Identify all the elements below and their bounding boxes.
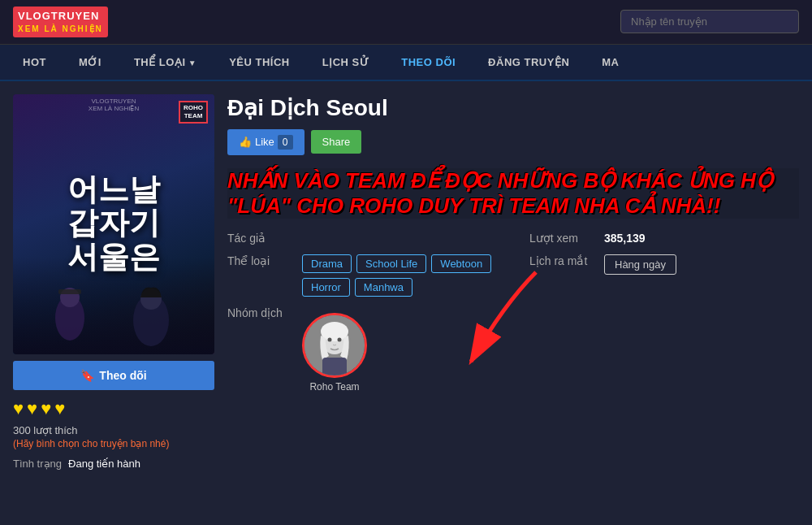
cover-korean-text: 어느날갑자기서울은 bbox=[67, 173, 160, 275]
logo[interactable]: VLOGTRUYEN XEM LÀ NGHIỆN bbox=[13, 7, 108, 37]
status-label: Tình trạng bbox=[13, 458, 62, 470]
schedule-button[interactable]: Hàng ngày bbox=[604, 254, 676, 275]
main-content: ROHO TEAM VLOGTRUYENXEM LÀ NGHIỆN 어느날갑자기… bbox=[0, 81, 812, 525]
views-row: Lượt xem 385,139 bbox=[529, 232, 799, 245]
bookmark-icon: 🔖 bbox=[80, 369, 94, 382]
follow-label: Theo dõi bbox=[99, 369, 146, 382]
like-button[interactable]: 👍 Like 0 bbox=[227, 129, 304, 155]
logo-line1: VLOGTRUYEN bbox=[18, 10, 103, 23]
details-section: Tác giả Thể loại Drama School Life Webto… bbox=[227, 232, 799, 402]
share-button[interactable]: Share bbox=[311, 130, 362, 154]
svg-rect-2 bbox=[58, 289, 81, 294]
genre-row: Thể loại Drama School Life Webtoon Horro… bbox=[227, 254, 497, 297]
heart-4[interactable]: ♥ bbox=[54, 398, 65, 419]
details-left: Tác giả Thể loại Drama School Life Webto… bbox=[227, 232, 497, 402]
like-count: 0 bbox=[278, 135, 293, 150]
nav-item-theloai[interactable]: THỂ LOẠI bbox=[118, 45, 213, 80]
views-label: Lượt xem bbox=[529, 232, 594, 245]
vote-prompt: (Hãy bình chọn cho truyện bạn nhé) bbox=[13, 438, 214, 449]
manga-art: ROHO TEAM VLOGTRUYENXEM LÀ NGHIỆN 어느날갑자기… bbox=[13, 94, 214, 354]
translator-label: Nhóm dịch bbox=[227, 306, 292, 319]
schedule-row: Lịch ra mắt Hàng ngày bbox=[529, 254, 799, 275]
like-label: Like bbox=[255, 136, 274, 148]
translator-avatar-wrap: Roho Team bbox=[302, 313, 367, 393]
genre-manhwa[interactable]: Manhwa bbox=[355, 278, 412, 297]
watermark: VLOGTRUYENXEM LÀ NGHIỆN bbox=[89, 98, 139, 112]
translator-name: Roho Team bbox=[309, 381, 359, 393]
genre-label: Thể loại bbox=[227, 254, 292, 267]
author-row: Tác giả bbox=[227, 232, 497, 245]
avatar-svg bbox=[304, 315, 365, 375]
header: VLOGTRUYEN XEM LÀ NGHIỆN bbox=[0, 0, 812, 45]
manga-title: Đại Dịch Seoul bbox=[227, 94, 799, 121]
likes-count: 300 lượt thích bbox=[13, 424, 214, 436]
hearts-row: ♥ ♥ ♥ ♥ bbox=[13, 398, 214, 419]
nav-item-theodoi[interactable]: THEO DÕI bbox=[385, 45, 472, 80]
roho-badge: ROHO TEAM bbox=[179, 101, 208, 124]
genre-tags: Drama School Life Webtoon Horror Manhwa bbox=[302, 254, 497, 297]
translator-avatar[interactable] bbox=[302, 313, 367, 378]
nav-bar: HOT MỚI THỂ LOẠI YÊU THÍCH LỊCH SỬ THEO … bbox=[0, 45, 812, 81]
views-count: 385,139 bbox=[604, 232, 646, 245]
nav-item-dangtruyen[interactable]: ĐĂNG TRUYỆN bbox=[472, 45, 585, 80]
thumbs-icon: 👍 bbox=[239, 136, 252, 148]
author-label: Tác giả bbox=[227, 232, 292, 245]
heart-3[interactable]: ♥ bbox=[41, 398, 51, 419]
avatar-image bbox=[304, 315, 365, 375]
roho-badge-line2: TEAM bbox=[184, 112, 203, 120]
logo-line2: XEM LÀ NGHIỆN bbox=[18, 24, 103, 34]
genre-drama[interactable]: Drama bbox=[302, 254, 352, 273]
action-row: 👍 Like 0 Share bbox=[227, 129, 799, 155]
nav-item-lichsu[interactable]: LỊCH SỬ bbox=[306, 45, 386, 80]
left-column: ROHO TEAM VLOGTRUYENXEM LÀ NGHIỆN 어느날갑자기… bbox=[13, 94, 214, 525]
heart-1[interactable]: ♥ bbox=[13, 398, 24, 419]
genre-school[interactable]: School Life bbox=[356, 254, 426, 273]
right-column: Đại Dịch Seoul 👍 Like 0 Share NHẤN VÀO T… bbox=[227, 94, 799, 525]
heart-2[interactable]: ♥ bbox=[27, 398, 37, 419]
promo-overlay: NHẤN VÀO TEAM ĐỂ ĐỌC NHỮNG BỘ KHÁC ỦNG H… bbox=[227, 168, 799, 219]
translator-row: Nhóm dịch bbox=[227, 306, 497, 393]
translator-section: Roho Team bbox=[302, 313, 367, 393]
logo-area: VLOGTRUYEN XEM LÀ NGHIỆN bbox=[13, 7, 108, 37]
svg-point-9 bbox=[338, 337, 342, 341]
genre-webtoon[interactable]: Webtoon bbox=[431, 254, 491, 273]
svg-rect-10 bbox=[322, 358, 347, 375]
roho-badge-line1: ROHO bbox=[184, 104, 203, 112]
nav-item-hot[interactable]: HOT bbox=[6, 45, 63, 80]
promo-text: NHẤN VÀO TEAM ĐỂ ĐỌC NHỮNG BỘ KHÁC ỦNG H… bbox=[227, 168, 799, 219]
nav-item-ma[interactable]: MA bbox=[585, 45, 635, 80]
manga-cover: ROHO TEAM VLOGTRUYENXEM LÀ NGHIỆN 어느날갑자기… bbox=[13, 94, 214, 354]
status-row: Tình trạng Đang tiến hành bbox=[13, 458, 214, 470]
search-input[interactable] bbox=[620, 10, 799, 33]
svg-point-8 bbox=[328, 337, 332, 341]
status-value: Đang tiến hành bbox=[68, 458, 140, 470]
details-right: Lượt xem 385,139 Lịch ra mắt Hàng ngày bbox=[529, 232, 799, 402]
nav-item-yeuthich[interactable]: YÊU THÍCH bbox=[213, 45, 306, 80]
schedule-label: Lịch ra mắt bbox=[529, 254, 594, 267]
nav-item-moi[interactable]: MỚI bbox=[63, 45, 118, 80]
follow-button[interactable]: 🔖 Theo dõi bbox=[13, 361, 214, 390]
genre-horror[interactable]: Horror bbox=[302, 278, 350, 297]
